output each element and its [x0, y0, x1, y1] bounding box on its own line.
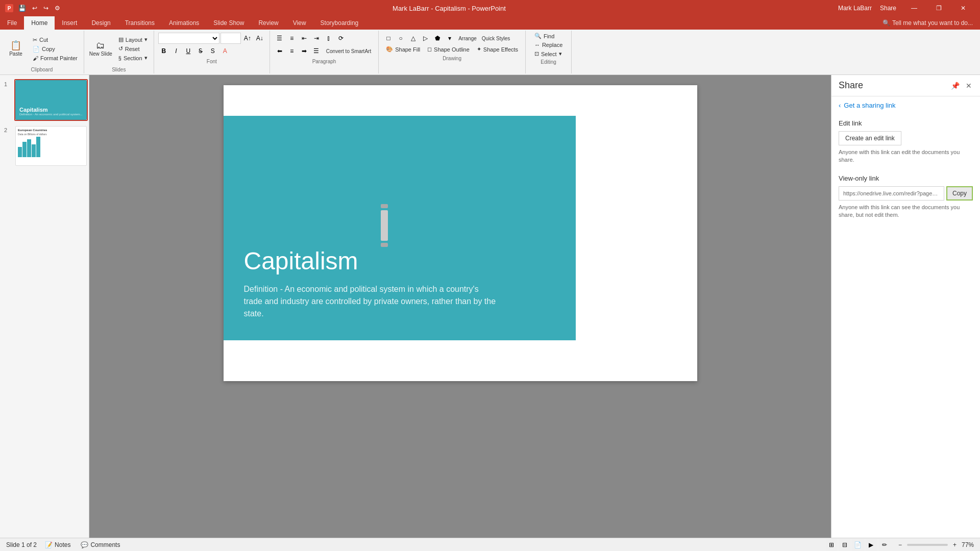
font-decrease-button[interactable]: A↓ — [254, 33, 265, 44]
bullets-button[interactable]: ☰ — [274, 33, 285, 44]
bold-button[interactable]: B — [158, 45, 169, 57]
title-bar-right: Mark LaBarr Share — ❐ ✕ — [836, 0, 975, 16]
text-direction-button[interactable]: ⟳ — [335, 33, 347, 44]
customize-button[interactable]: ⚙ — [53, 4, 62, 13]
status-left: Slide 1 of 2 📝 Notes 💬 Comments — [6, 540, 122, 549]
strikethrough-button[interactable]: S̶ — [195, 45, 206, 57]
increase-indent-button[interactable]: ⇥ — [311, 33, 322, 44]
user-name[interactable]: Mark LaBarr — [836, 4, 874, 13]
font-group: A↑ A↓ B I U S̶ S A Font — [154, 31, 270, 73]
drawing-group: □ ○ △ ▷ ⬟ ▾ Arrange Quick Styles 🎨 Shape… — [379, 31, 526, 73]
notes-page-button[interactable]: ✏ — [879, 539, 890, 550]
shape-more[interactable]: ▾ — [444, 33, 455, 44]
tab-review[interactable]: Review — [251, 16, 285, 30]
maximize-button[interactable]: ❐ — [927, 0, 950, 16]
view-only-title: View-only link — [839, 174, 973, 182]
view-only-note: Anyone with this link can see the docume… — [839, 204, 973, 219]
comments-button[interactable]: 💬 Comments — [79, 540, 122, 549]
bar-3 — [27, 139, 31, 157]
edit-link-section: Edit link Create an edit link Anyone wit… — [831, 114, 980, 169]
redo-button[interactable]: ↪ — [41, 4, 51, 13]
undo-button[interactable]: ↩ — [30, 4, 39, 13]
create-edit-link-button[interactable]: Create an edit link — [839, 131, 901, 145]
font-size-input[interactable] — [220, 33, 241, 44]
font-color-button[interactable]: A — [219, 45, 231, 57]
close-button[interactable]: ✕ — [951, 0, 975, 16]
decrease-indent-button[interactable]: ⇤ — [299, 33, 310, 44]
arrange-button[interactable]: Arrange — [456, 33, 479, 44]
copy-link-button[interactable]: Copy — [946, 186, 973, 201]
find-button[interactable]: 🔍 Find — [531, 32, 566, 40]
share-back-link[interactable]: ‹ Get a sharing link — [831, 96, 980, 114]
scroll-down-btn[interactable] — [381, 243, 388, 247]
slide-preview-1[interactable]: Capitalism Definition - An economic and … — [14, 79, 88, 121]
font-increase-button[interactable]: A↑ — [242, 33, 253, 44]
zoom-out-button[interactable]: − — [896, 540, 904, 549]
scroll-thumb[interactable] — [381, 210, 388, 241]
tell-me-input[interactable]: 🔍 Tell me what you want to do... — [875, 16, 980, 30]
slide-sorter-button[interactable]: ⊟ — [839, 539, 850, 550]
smartart-button[interactable]: Convert to SmartArt — [323, 47, 374, 55]
cut-button[interactable]: ✂ Cut — [30, 36, 81, 44]
share-close-button[interactable]: ✕ — [965, 81, 973, 91]
paste-button[interactable]: 📋 Paste — [3, 40, 29, 58]
shape-5[interactable]: ⬟ — [432, 33, 443, 44]
slideshow-button[interactable]: ▶ — [866, 539, 877, 550]
italic-button[interactable]: I — [170, 45, 182, 57]
slide-thumb-1[interactable]: 1 Capitalism Definition - An economic an… — [4, 79, 85, 121]
tab-home[interactable]: Home — [24, 16, 55, 30]
quick-styles-button[interactable]: Quick Styles — [480, 33, 512, 44]
align-center-button[interactable]: ≡ — [286, 45, 298, 57]
tab-view[interactable]: View — [286, 16, 313, 30]
shape-outline-button[interactable]: ◻ Shape Outline — [424, 45, 473, 54]
new-slide-button[interactable]: 🗂 New Slide — [87, 40, 114, 58]
columns-button[interactable]: ⫿ — [323, 33, 334, 44]
shadow-button[interactable]: S — [207, 45, 218, 57]
tab-slideshow[interactable]: Slide Show — [206, 16, 251, 30]
tab-insert[interactable]: Insert — [55, 16, 84, 30]
section-button[interactable]: § Section ▾ — [115, 54, 151, 62]
font-name-selector[interactable] — [158, 33, 219, 44]
shape-fill-button[interactable]: 🎨 Shape Fill — [383, 45, 423, 54]
copy-button[interactable]: 📄 Copy — [30, 45, 81, 54]
tab-storyboarding[interactable]: Storyboarding — [313, 16, 366, 30]
reset-button[interactable]: ↺ Reset — [115, 44, 151, 53]
scroll-up-btn[interactable] — [381, 204, 388, 208]
shape-4[interactable]: ▷ — [420, 33, 431, 44]
align-left-button[interactable]: ⬅ — [274, 45, 285, 57]
underline-button[interactable]: U — [183, 45, 194, 57]
select-button[interactable]: ⊡ Select ▾ — [531, 49, 566, 58]
tab-transitions[interactable]: Transitions — [118, 16, 162, 30]
shape-3[interactable]: △ — [407, 33, 419, 44]
format-painter-button[interactable]: 🖌 Format Painter — [30, 54, 81, 62]
view-only-link-input[interactable] — [839, 186, 944, 201]
shape-effects-button[interactable]: ✦ Shape Effects — [474, 45, 521, 54]
layout-button[interactable]: ▤ Layout ▾ — [115, 35, 151, 44]
numbering-button[interactable]: ≡ — [286, 33, 298, 44]
share-panel-header: Share 📌 ✕ — [831, 75, 980, 96]
replace-button[interactable]: ↔ Replace — [531, 41, 566, 49]
tab-animations[interactable]: Animations — [162, 16, 206, 30]
justify-button[interactable]: ☰ — [311, 45, 322, 57]
reading-view-button[interactable]: 📄 — [852, 539, 864, 550]
slide-preview-2[interactable]: European Countries Data on Billions of d… — [14, 125, 88, 167]
tab-file[interactable]: File — [0, 16, 24, 30]
share-pin-button[interactable]: 📌 — [950, 81, 961, 91]
zoom-in-button[interactable]: + — [951, 540, 959, 549]
zoom-slider[interactable] — [907, 544, 948, 546]
save-button[interactable]: 💾 — [16, 4, 28, 13]
slide-area[interactable]: Capitalism Definition - An economic and … — [89, 75, 831, 538]
shape-2[interactable]: ○ — [395, 33, 406, 44]
align-right-button[interactable]: ➡ — [299, 45, 310, 57]
minimize-button[interactable]: — — [902, 0, 926, 16]
normal-view-button[interactable]: ⊞ — [826, 539, 837, 550]
bar-2 — [22, 142, 27, 157]
share-title-button[interactable]: Share — [878, 4, 898, 13]
slide-thumb-2[interactable]: 2 European Countries Data on Billions of… — [4, 125, 85, 167]
tab-design[interactable]: Design — [84, 16, 117, 30]
drawing-label: Drawing — [443, 56, 461, 61]
quick-access-toolbar: 💾 ↩ ↪ ⚙ — [16, 4, 62, 13]
shape-1[interactable]: □ — [383, 33, 394, 44]
notes-button[interactable]: 📝 Notes — [43, 540, 72, 549]
shape-options-row: 🎨 Shape Fill ◻ Shape Outline ✦ Shape Eff… — [383, 45, 521, 54]
